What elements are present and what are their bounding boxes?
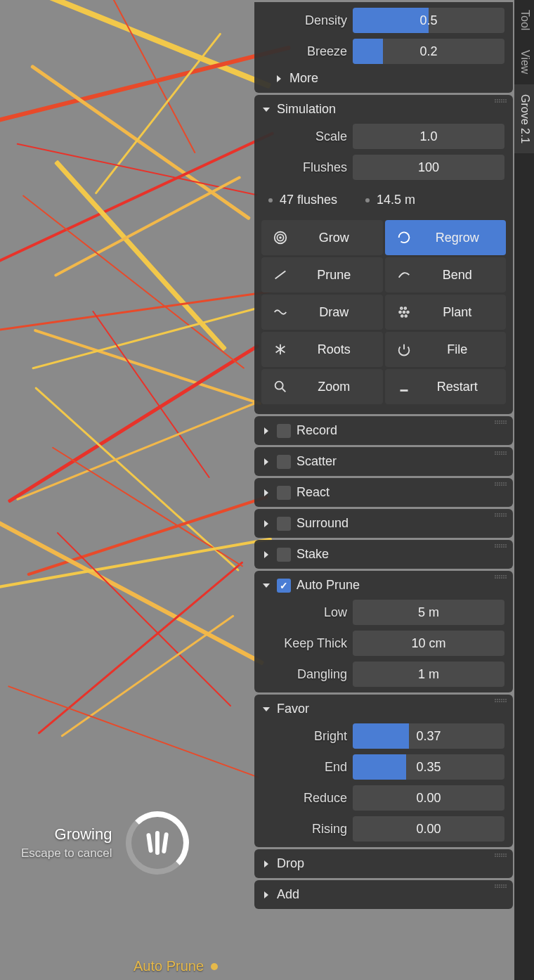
power-icon <box>395 340 413 359</box>
keepthick-field[interactable]: 10 cm <box>353 631 504 656</box>
chevron-right-icon <box>261 550 271 560</box>
restart-button[interactable]: Restart <box>385 369 507 404</box>
section-react: React <box>254 478 513 507</box>
react-header[interactable]: React <box>254 481 513 504</box>
rising-slider[interactable]: 0.00 <box>353 816 504 842</box>
dangling-field[interactable]: 1 m <box>353 662 504 687</box>
favor-header[interactable]: Favor <box>254 697 513 721</box>
record-header[interactable]: Record <box>254 419 513 442</box>
bright-label: Bright <box>263 729 347 744</box>
status-title: Growing <box>21 825 112 844</box>
dangling-label: Dangling <box>263 667 347 682</box>
end-label: End <box>263 760 347 775</box>
zoom-button[interactable]: Zoom <box>261 369 383 404</box>
stat-flushes: 47 flushes <box>268 193 337 207</box>
scatter-checkbox[interactable] <box>277 455 291 469</box>
scatter-header[interactable]: Scatter <box>254 450 513 473</box>
svg-point-2 <box>280 237 281 238</box>
keepthick-label: Keep Thick <box>263 636 347 651</box>
wave-icon <box>271 303 289 321</box>
scale-field[interactable]: 1.0 <box>353 124 504 149</box>
surround-header[interactable]: Surround <box>254 512 513 535</box>
add-header[interactable]: Add <box>254 883 513 906</box>
chevron-right-icon <box>261 488 271 498</box>
grow-button[interactable]: Grow <box>261 220 383 255</box>
autoprune-checkbox[interactable] <box>277 579 291 593</box>
low-field[interactable]: 5 m <box>353 600 504 625</box>
drag-grip-icon[interactable] <box>495 544 507 550</box>
end-slider[interactable]: 0.35 <box>353 754 504 780</box>
flushes-field[interactable]: 100 <box>353 155 504 180</box>
regrow-button[interactable]: Regrow <box>385 220 507 255</box>
stake-checkbox[interactable] <box>277 548 291 562</box>
drag-grip-icon[interactable] <box>495 99 507 105</box>
spinner-icon <box>126 811 189 875</box>
drag-grip-icon[interactable] <box>495 575 507 581</box>
plant-button[interactable]: Plant <box>385 295 507 330</box>
tab-tool[interactable]: Tool <box>514 0 534 40</box>
drag-grip-icon[interactable] <box>495 884 507 890</box>
breeze-slider[interactable]: 0.2 <box>353 39 504 64</box>
svg-point-3 <box>400 307 402 309</box>
refresh-icon <box>395 228 413 247</box>
curve-icon <box>395 266 413 284</box>
reduce-slider[interactable]: 0.00 <box>353 785 504 811</box>
breeze-label: Breeze <box>263 44 347 59</box>
more-toggle[interactable]: More <box>254 67 513 90</box>
section-surround: Surround <box>254 509 513 538</box>
chevron-right-icon <box>261 457 271 467</box>
react-checkbox[interactable] <box>277 486 291 500</box>
chevron-right-icon <box>261 890 271 900</box>
drag-grip-icon[interactable] <box>495 699 507 704</box>
chevron-right-icon <box>261 426 271 436</box>
prune-button[interactable]: Prune <box>261 257 383 292</box>
section-autoprune: Auto Prune Low 5 m Keep Thick 10 cm Dang… <box>254 571 513 692</box>
autoprune-badge: Auto Prune <box>134 958 218 974</box>
svg-point-5 <box>399 311 401 314</box>
search-icon <box>271 378 289 396</box>
chevron-down-icon <box>261 704 271 714</box>
drag-grip-icon[interactable] <box>495 420 507 426</box>
tab-view[interactable]: View <box>514 40 534 84</box>
record-checkbox[interactable] <box>277 424 291 438</box>
section-favor: Favor Bright 0.37 End 0.35 Reduce 0.00 R… <box>254 695 513 847</box>
chevron-right-icon <box>261 519 271 529</box>
dash-icon <box>395 378 413 396</box>
sidebar-tabs: Tool View Grove 2.1 <box>514 0 534 980</box>
draw-button[interactable]: Draw <box>261 295 383 330</box>
flushes-label: Flushes <box>263 160 347 175</box>
drop-header[interactable]: Drop <box>254 852 513 875</box>
low-label: Low <box>263 605 347 620</box>
roots-button[interactable]: Roots <box>261 332 383 367</box>
section-simulation: Simulation Scale 1.0 Flushes 100 47 flus… <box>254 95 513 414</box>
tab-grove[interactable]: Grove 2.1 <box>514 84 534 153</box>
drag-grip-icon[interactable] <box>495 482 507 488</box>
chevron-right-icon <box>274 74 284 84</box>
section-add: Add <box>254 880 513 909</box>
chevron-right-icon <box>261 859 271 869</box>
simulation-header[interactable]: Simulation <box>254 98 513 121</box>
svg-point-8 <box>400 315 403 317</box>
drag-grip-icon[interactable] <box>495 451 507 457</box>
bright-slider[interactable]: 0.37 <box>353 723 504 749</box>
asterisk-icon <box>271 340 289 359</box>
stake-header[interactable]: Stake <box>254 543 513 566</box>
section-wind: Density 0.5 Breeze 0.2 More <box>254 2 513 93</box>
svg-point-4 <box>404 307 406 309</box>
autoprune-header[interactable]: Auto Prune <box>254 574 513 597</box>
file-button[interactable]: File <box>385 332 507 367</box>
density-slider[interactable]: 0.5 <box>353 8 504 33</box>
chevron-down-icon <box>261 581 271 591</box>
bend-button[interactable]: Bend <box>385 257 507 292</box>
line-icon <box>271 266 289 284</box>
drag-grip-icon[interactable] <box>495 853 507 859</box>
status-subtitle: Escape to cancel <box>21 846 112 860</box>
section-stake: Stake <box>254 540 513 569</box>
section-scatter: Scatter <box>254 447 513 476</box>
dots-icon <box>395 303 413 321</box>
properties-panel[interactable]: Density 0.5 Breeze 0.2 More Simulation S… <box>253 0 514 980</box>
reduce-label: Reduce <box>263 791 347 806</box>
svg-point-9 <box>405 315 407 317</box>
surround-checkbox[interactable] <box>277 517 291 531</box>
drag-grip-icon[interactable] <box>495 513 507 519</box>
